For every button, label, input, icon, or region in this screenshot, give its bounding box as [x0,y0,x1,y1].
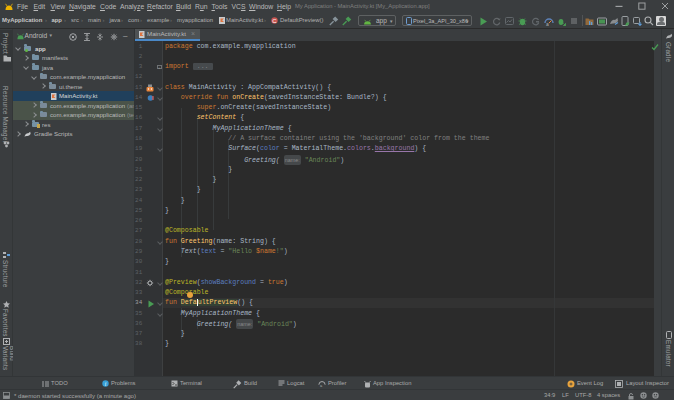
svg-text:C: C [272,18,277,24]
svg-text:a: a [546,20,549,26]
svg-text:a: a [320,383,323,387]
